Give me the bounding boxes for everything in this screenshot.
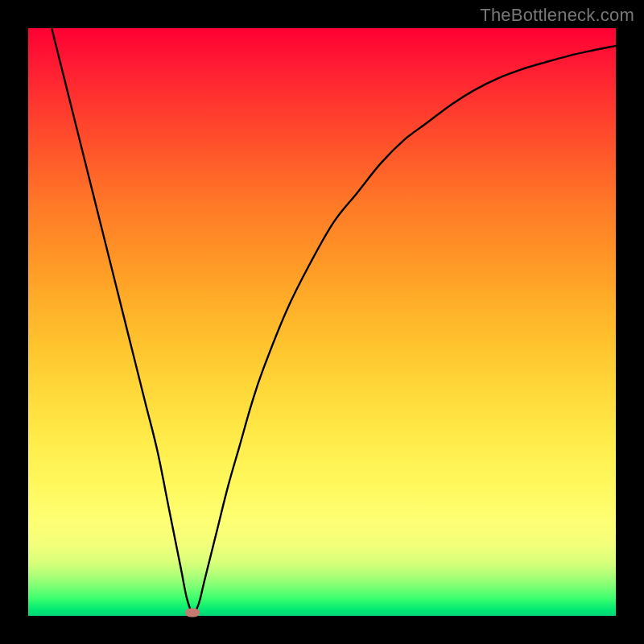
watermark-text: TheBottleneck.com [480, 5, 634, 26]
minimum-point-marker [185, 609, 200, 617]
plot-area [28, 28, 616, 616]
chart-frame: TheBottleneck.com [0, 0, 644, 644]
bottleneck-curve [28, 28, 616, 616]
